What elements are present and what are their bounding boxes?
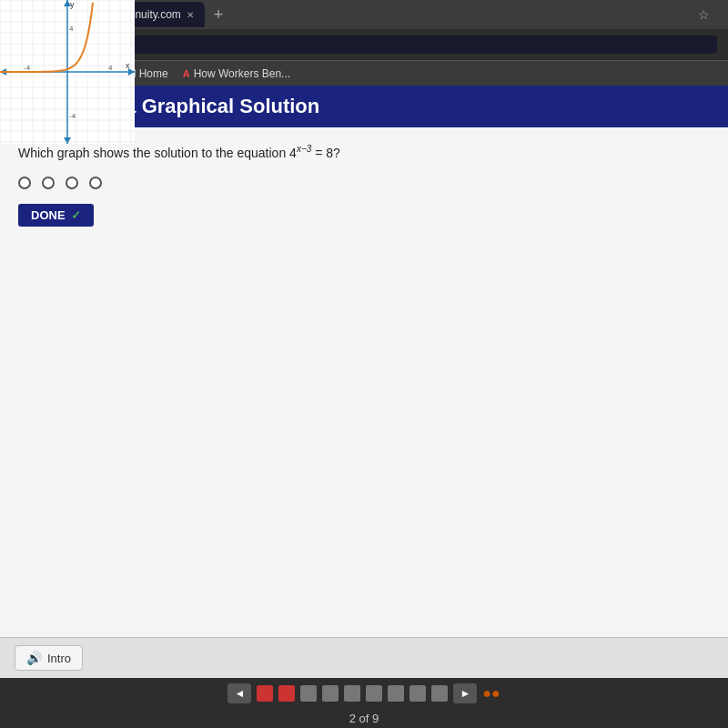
- done-label: DONE: [31, 208, 66, 222]
- bottom-toolbar: 🔊 Intro: [0, 637, 728, 678]
- intro-button[interactable]: 🔊 Intro: [15, 645, 83, 671]
- tab-close-btn[interactable]: ✕: [187, 10, 194, 20]
- nav-dot-4[interactable]: [322, 685, 339, 702]
- graph-canvas-4: [0, 0, 135, 144]
- graph-option-4[interactable]: [89, 173, 102, 189]
- radio-3[interactable]: [66, 177, 78, 189]
- graphs-row: [18, 173, 710, 189]
- page-counter: 2 of 9: [0, 709, 728, 728]
- workers-icon: A: [183, 68, 190, 79]
- nav-dot-8[interactable]: [410, 685, 426, 702]
- done-button[interactable]: DONE ✓: [18, 204, 94, 227]
- speaker-icon: 🔊: [26, 651, 42, 665]
- graph-option-1[interactable]: [18, 173, 31, 189]
- radio-4[interactable]: [89, 177, 102, 189]
- new-tab-btn[interactable]: +: [208, 5, 229, 25]
- nav-dot-2[interactable]: [278, 685, 295, 702]
- radio-2[interactable]: [42, 177, 55, 189]
- bookmark-workers-label: How Workers Ben...: [194, 67, 290, 80]
- nav-dot-7[interactable]: [388, 685, 404, 702]
- nav-dot-9[interactable]: [431, 685, 448, 702]
- bookmark-workers[interactable]: A How Workers Ben...: [183, 67, 290, 80]
- nav-dot-6[interactable]: [366, 685, 382, 702]
- question-area: Which graph shows the solution to the eq…: [0, 127, 728, 637]
- graph-option-3[interactable]: [66, 173, 78, 189]
- next-nav-btn[interactable]: ►: [453, 683, 477, 703]
- nav-dot-3[interactable]: [300, 685, 317, 702]
- nav-dot-5[interactable]: [344, 685, 360, 702]
- intro-label: Intro: [47, 652, 71, 665]
- radio-1[interactable]: [18, 177, 31, 189]
- nav-bar: ◄ ► ●●: [0, 678, 728, 709]
- bookmark-star-icon[interactable]: ☆: [698, 7, 721, 22]
- graph-option-2[interactable]: [42, 173, 55, 189]
- nav-dot-1[interactable]: [257, 685, 273, 702]
- content-area: Identifying a Graphical Solution Which g…: [0, 86, 728, 728]
- question-text: Which graph shows the solution to the eq…: [18, 144, 710, 160]
- prev-nav-btn[interactable]: ◄: [228, 683, 251, 703]
- orange-dots-icon: ●●: [482, 685, 500, 702]
- checkmark-icon: ✓: [71, 208, 81, 222]
